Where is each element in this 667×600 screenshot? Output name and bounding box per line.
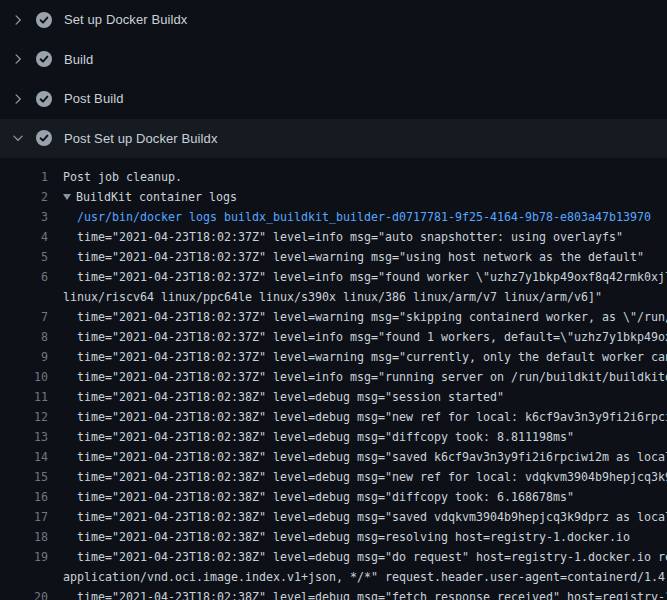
line-number-6[interactable]: 6 [0,267,48,287]
group-expanded-caret-icon[interactable] [63,194,71,200]
log-line-2: 2BuildKit container logs [0,187,667,207]
log-line-7: 7 time="2021-04-23T18:02:37Z" level=warn… [0,307,667,327]
line-number-17[interactable]: 17 [0,507,48,527]
step-row-1[interactable]: Set up Docker Buildx [0,0,667,40]
log-line-1: 1Post job cleanup. [0,167,667,187]
log-line-text: time="2021-04-23T18:02:38Z" level=debug … [63,447,667,467]
log-line-8: 8 time="2021-04-23T18:02:37Z" level=info… [0,327,667,347]
check-circle-icon [36,51,52,67]
log-line-6: 6 time="2021-04-23T18:02:37Z" level=info… [0,267,667,307]
log-line-text: time="2021-04-23T18:02:37Z" level=info m… [63,227,667,247]
log-line-16: 16 time="2021-04-23T18:02:38Z" level=deb… [0,487,667,507]
step-row-4[interactable]: Post Set up Docker Buildx [0,119,667,159]
log-line-text: time="2021-04-23T18:02:38Z" level=debug … [63,587,667,600]
log-group-header[interactable]: BuildKit container logs [63,187,667,207]
line-number-11[interactable]: 11 [0,387,48,407]
log-line-13: 13 time="2021-04-23T18:02:38Z" level=deb… [0,427,667,447]
check-circle-icon [36,12,52,28]
line-number-3[interactable]: 3 [0,207,48,227]
log-line-text: time="2021-04-23T18:02:38Z" level=debug … [63,487,667,507]
log-line-20: 20 time="2021-04-23T18:02:38Z" level=deb… [0,587,667,600]
log-line-11: 11 time="2021-04-23T18:02:38Z" level=deb… [0,387,667,407]
log-line-15: 15 time="2021-04-23T18:02:38Z" level=deb… [0,467,667,487]
line-number-5[interactable]: 5 [0,247,48,267]
log-line-9: 9 time="2021-04-23T18:02:37Z" level=warn… [0,347,667,367]
chevron-right-icon[interactable] [10,51,26,67]
log-line-text: time="2021-04-23T18:02:37Z" level=warnin… [63,347,667,367]
chevron-down-icon[interactable] [10,130,26,146]
log-line-4: 4 time="2021-04-23T18:02:37Z" level=info… [0,227,667,247]
log-line-14: 14 time="2021-04-23T18:02:38Z" level=deb… [0,447,667,467]
line-number-4[interactable]: 4 [0,227,48,247]
log-line-text: time="2021-04-23T18:02:38Z" level=debug … [63,527,667,547]
log-line-text: time="2021-04-23T18:02:38Z" level=debug … [63,507,667,527]
log-line-text: /usr/bin/docker logs buildx_buildkit_bui… [63,207,667,227]
chevron-right-icon[interactable] [10,91,26,107]
check-circle-icon [36,91,52,107]
line-number-1[interactable]: 1 [0,167,48,187]
line-number-7[interactable]: 7 [0,307,48,327]
line-number-10[interactable]: 10 [0,367,48,387]
log-line-19: 19 time="2021-04-23T18:02:38Z" level=deb… [0,547,667,587]
log-line-text: time="2021-04-23T18:02:37Z" level=warnin… [63,247,667,267]
line-number-15[interactable]: 15 [0,467,48,487]
log-line-text: time="2021-04-23T18:02:37Z" level=info m… [63,367,667,387]
log-line-text: time="2021-04-23T18:02:38Z" level=debug … [63,407,667,427]
log-line-17: 17 time="2021-04-23T18:02:38Z" level=deb… [0,507,667,527]
line-number-13[interactable]: 13 [0,427,48,447]
line-number-14[interactable]: 14 [0,447,48,467]
log-line-text: time="2021-04-23T18:02:38Z" level=debug … [63,427,667,447]
chevron-right-icon[interactable] [10,12,26,28]
group-title: BuildKit container logs [76,190,237,204]
workflow-log-panel: Set up Docker BuildxBuildPost BuildPost … [0,0,667,600]
log-line-text: time="2021-04-23T18:02:37Z" level=info m… [63,267,667,307]
line-number-12[interactable]: 12 [0,407,48,427]
line-number-2[interactable]: 2 [0,187,48,207]
log-line-text: time="2021-04-23T18:02:37Z" level=info m… [63,327,667,347]
step-title: Post Build [64,91,124,106]
log-line-12: 12 time="2021-04-23T18:02:38Z" level=deb… [0,407,667,427]
line-number-20[interactable]: 20 [0,587,48,600]
step-row-3[interactable]: Post Build [0,79,667,119]
log-line-text: time="2021-04-23T18:02:38Z" level=debug … [63,467,667,487]
step-row-2[interactable]: Build [0,40,667,80]
line-number-8[interactable]: 8 [0,327,48,347]
line-number-19[interactable]: 19 [0,547,48,567]
step-title: Set up Docker Buildx [64,12,187,27]
step-list: Set up Docker BuildxBuildPost BuildPost … [0,0,667,158]
log-line-18: 18 time="2021-04-23T18:02:38Z" level=deb… [0,527,667,547]
log-line-text: Post job cleanup. [63,167,667,187]
log-line-3: 3 /usr/bin/docker logs buildx_buildkit_b… [0,207,667,227]
line-number-18[interactable]: 18 [0,527,48,547]
log-line-10: 10 time="2021-04-23T18:02:37Z" level=inf… [0,367,667,387]
step-title: Post Set up Docker Buildx [64,131,218,146]
log-lines-container: 1Post job cleanup.2BuildKit container lo… [0,158,667,600]
log-line-text: time="2021-04-23T18:02:37Z" level=warnin… [63,307,667,327]
log-line-text: time="2021-04-23T18:02:38Z" level=debug … [63,387,667,407]
line-number-9[interactable]: 9 [0,347,48,367]
line-number-16[interactable]: 16 [0,487,48,507]
check-circle-icon [36,130,52,146]
log-line-text: time="2021-04-23T18:02:38Z" level=debug … [63,547,667,587]
step-title: Build [64,52,93,67]
log-line-5: 5 time="2021-04-23T18:02:37Z" level=warn… [0,247,667,267]
